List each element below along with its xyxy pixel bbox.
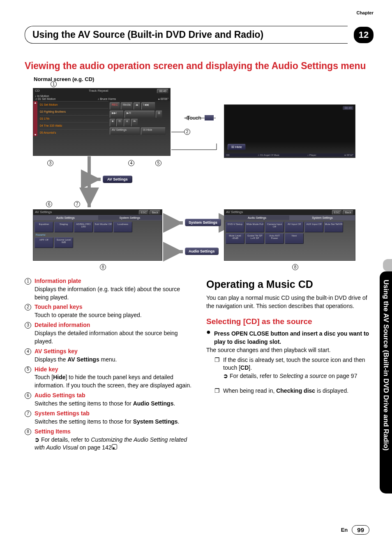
- callout-1: 1: [51, 81, 57, 87]
- play-pause-button[interactable]: ▶/II: [125, 111, 155, 118]
- hide-button-2[interactable]: ☒ Hide: [228, 144, 246, 150]
- av-settings-flow-button: AV Settings: [103, 176, 132, 183]
- mode-button-1[interactable]: ⟲: [116, 119, 123, 126]
- intro-paragraph: You can play a normal music CD using the…: [206, 294, 374, 310]
- eject-icon[interactable]: ⏏: [134, 102, 141, 110]
- end-marker-icon: [112, 444, 117, 449]
- language-label: En: [341, 527, 348, 533]
- list-item-5: 5Hide keyTouch [Hide] to hide the touch …: [25, 366, 192, 390]
- system-settings-screen: AV SettingsESC Back Audio SettingsSystem…: [224, 209, 355, 261]
- touch-label: Touch: [187, 115, 214, 121]
- hidden-info-screen: 08:49 ☒ Hide CD ♫ 01 Angel Of Meat ♪ Pla…: [224, 104, 355, 158]
- audio-settings-screen: AV SettingsESC Back Audio SettingsSystem…: [33, 209, 162, 261]
- callout-6: 6: [46, 201, 52, 207]
- chapter-title: Using the AV Source (Built-in DVD Drive …: [25, 26, 348, 44]
- audio-settings-tab-2[interactable]: Audio Settings: [224, 215, 290, 220]
- next-track-button[interactable]: ▶▶I: [110, 111, 124, 118]
- prev-track-button[interactable]: I◀◀: [141, 102, 155, 110]
- step-line: ● Press OPEN CLOSE button and insert a d…: [206, 330, 374, 346]
- audio-settings-flow-button: Audio Settings: [185, 248, 219, 255]
- rec-button[interactable]: REC: [110, 102, 120, 110]
- step-body: The source changes and then playback wil…: [206, 346, 374, 354]
- square-bullet-icon: [214, 356, 220, 381]
- stop-button[interactable]: ■: [110, 119, 115, 126]
- list-icon[interactable]: ☰: [156, 111, 162, 118]
- system-settings-tab-2[interactable]: System Settings: [290, 215, 355, 220]
- list-item-2: 2Touch panel keysTouch to operate the so…: [25, 303, 192, 320]
- list-item-4: 4AV Settings keyDisplays the AV Settings…: [25, 348, 192, 364]
- info-plate: ♪ In Motion ♫ 01 Set Motion♪ Bruce Horns…: [33, 94, 170, 101]
- square-bullet-icon: [214, 387, 220, 395]
- h2-operating-cd: Operating a Music CD: [206, 277, 374, 292]
- list-item-8: 8Setting Items For details, refer to Cus…: [25, 428, 192, 452]
- left-column: 1Information plateDisplays the informati…: [25, 277, 192, 454]
- callout-2: 2: [184, 129, 190, 135]
- callout-8-right: 8: [292, 264, 298, 270]
- side-bar-accent: [383, 259, 392, 271]
- subsection-selecting-cd: Selecting [CD] as the source: [206, 316, 374, 327]
- mode-button-2[interactable]: ⤨: [124, 119, 130, 126]
- chapter-header: Using the AV Source (Built-in DVD Drive …: [25, 26, 374, 44]
- callout-5: 5: [155, 160, 161, 166]
- chapter-label: Chapter: [356, 10, 374, 15]
- audio-settings-tab[interactable]: Audio Settings: [33, 215, 98, 220]
- list-item-3: 3Detailed informationDisplays the detail…: [25, 321, 192, 346]
- note-1: If the disc is already set, touch the so…: [206, 356, 374, 381]
- list-item-1: 1Information plateDisplays the informati…: [25, 277, 192, 302]
- callout-3: 3: [47, 160, 53, 166]
- media-button[interactable]: Media: [121, 102, 133, 110]
- callout-8-left: 8: [100, 264, 106, 270]
- av-settings-button[interactable]: AV Settings: [110, 127, 140, 135]
- reference-arrow-icon: [223, 373, 228, 379]
- diagram-caption: Normal screen (e.g. CD): [34, 76, 374, 82]
- note-2: When being read in, Checking disc is dis…: [206, 387, 374, 395]
- chapter-number-badge: 12: [354, 27, 374, 43]
- side-tab: Using the AV Source (Built-in DVD Drive …: [380, 271, 392, 493]
- list-item-7: 7System Settings tabSwitches the setting…: [25, 410, 192, 426]
- diagram: CDTrack Repeat08:49 ♪ In Motion ♫ 01 Set…: [27, 84, 368, 269]
- list-item-6: 6Audio Settings tabSwitches the setting …: [25, 392, 192, 408]
- right-column: Operating a Music CD You can play a norm…: [206, 277, 374, 454]
- section-heading: Viewing the audio operation screen and d…: [25, 60, 374, 72]
- callout-7: 7: [74, 201, 80, 207]
- system-settings-tab[interactable]: System Settings: [98, 215, 162, 220]
- page-footer: En 99: [341, 525, 369, 535]
- normal-cd-screen: CDTrack Repeat08:49 ♪ In Motion ♫ 01 Set…: [33, 88, 171, 156]
- system-settings-flow-button: System Settings: [185, 219, 221, 226]
- hide-button[interactable]: ☒ Hide: [141, 127, 166, 135]
- callout-4: 4: [128, 160, 134, 166]
- mode-button-3[interactable]: ≕: [131, 119, 138, 126]
- page-number: 99: [352, 525, 369, 535]
